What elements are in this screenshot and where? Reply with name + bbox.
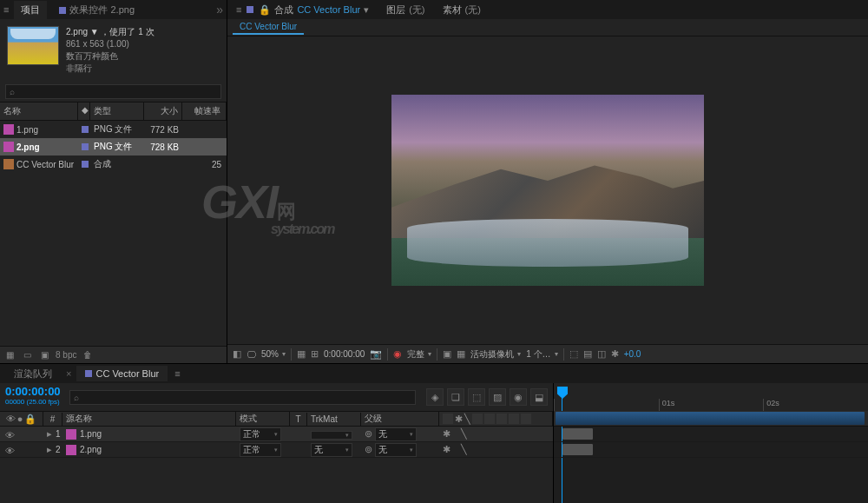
grid-icon[interactable]: ▦ — [297, 348, 306, 360]
tab-effect-controls[interactable]: 效果控件 2.png — [52, 1, 141, 19]
trkmat-dropdown[interactable] — [311, 431, 352, 440]
tab-comp-name[interactable]: CC Vector Blur — [297, 4, 360, 15]
mask-toggle-icon[interactable]: ◧ — [233, 348, 241, 360]
panel-close-icon[interactable]: » — [216, 3, 223, 17]
flowchart-icon[interactable]: ◫ — [597, 348, 606, 360]
camera-dropdown[interactable]: 活动摄像机 — [470, 348, 521, 361]
label-color[interactable] — [82, 143, 89, 150]
new-folder-icon[interactable]: ▭ — [21, 349, 33, 361]
reset-exposure-icon[interactable]: ✱ — [611, 348, 619, 360]
project-panel: ≡ 项目 效果控件 2.png » 2.png ▼ ，使用了 1 次 861 x… — [0, 0, 227, 363]
col-parent[interactable]: 父级 — [361, 411, 439, 427]
composition-panel: ≡ 🔒 合成 CC Vector Blur ▾ 图层 (无) 素材 (无) CC… — [227, 0, 868, 363]
zoom-dropdown[interactable]: 50% — [261, 349, 286, 359]
col-framerate[interactable]: 帧速率 — [182, 103, 227, 120]
tab-menu-icon[interactable]: ≡ — [174, 368, 180, 379]
color-depth[interactable]: 8 bpc — [56, 350, 76, 360]
project-footer: ▦ ▭ ▣ 8 bpc 🗑 — [0, 346, 227, 363]
blend-mode-dropdown[interactable]: 正常 — [240, 443, 281, 457]
color-mgmt-icon[interactable]: ◉ — [393, 348, 402, 360]
views-dropdown[interactable]: 1 个… — [526, 348, 557, 361]
list-item[interactable]: 1.png PNG 文件 772 KB — [0, 121, 227, 138]
monitor-icon[interactable]: 🖵 — [247, 349, 256, 360]
trash-icon[interactable]: 🗑 — [82, 349, 94, 361]
pickwhip-icon[interactable]: ⊚ — [365, 428, 372, 440]
playhead[interactable] — [557, 387, 568, 399]
timeline-search-input[interactable] — [69, 390, 416, 405]
timeline-layer[interactable]: 👁 ▸1 1.png 正常 ⊚无 ✱╲ — [0, 427, 553, 442]
tab-source-label[interactable]: 素材 — [443, 3, 462, 17]
guides-icon[interactable]: ⊞ — [311, 348, 319, 360]
layer-bar[interactable] — [562, 444, 593, 455]
tab-render-queue[interactable]: 渲染队列 — [5, 365, 61, 383]
col-mode[interactable]: 模式 — [236, 411, 290, 427]
tab-project[interactable]: 项目 — [14, 1, 47, 19]
list-item[interactable]: 2.png PNG 文件 728 KB — [0, 138, 227, 156]
visibility-icon[interactable]: 👁 — [5, 446, 14, 454]
timeline-layer[interactable]: 👁 ▸2 2.png 正常 无 ⊚无 ✱╲ — [0, 442, 553, 458]
layer-bar[interactable] — [562, 428, 593, 440]
visibility-icon[interactable]: 👁 — [5, 430, 14, 439]
time-ruler[interactable]: 01s 02s — [554, 383, 868, 411]
label-color[interactable] — [82, 126, 89, 133]
viewer-timecode[interactable]: 0:00:00:00 — [324, 349, 365, 359]
timeline-timecode[interactable]: 0:00:00:00 00000 (25.00 fps) — [0, 383, 69, 411]
list-item[interactable]: CC Vector Blur 合成 25 — [0, 156, 227, 173]
motion-blur-icon[interactable]: ◉ — [510, 388, 527, 406]
roi-icon[interactable]: ▣ — [443, 348, 451, 360]
resolution-dropdown[interactable]: 完整 — [407, 348, 431, 361]
timeline-track-area[interactable]: 01s 02s — [554, 383, 868, 503]
file-icon — [3, 142, 14, 152]
project-panel-tabs: ≡ 项目 效果控件 2.png » — [0, 0, 227, 19]
timeline-icon[interactable]: ▤ — [583, 348, 592, 360]
trkmat-dropdown[interactable]: 无 — [311, 443, 352, 457]
switch-icon[interactable] — [443, 414, 453, 424]
transparency-icon[interactable]: ▦ — [457, 348, 465, 360]
col-switches: ✱╲ — [439, 412, 553, 427]
file-icon — [66, 429, 76, 440]
shy-icon[interactable]: ⬚ — [468, 388, 485, 406]
snapshot-icon[interactable]: 📷 — [370, 348, 382, 360]
exposure-value[interactable]: +0.0 — [624, 349, 641, 359]
tab-layer-label[interactable]: 图层 — [386, 3, 405, 17]
col-tag[interactable]: ◆ — [78, 103, 90, 120]
new-comp-icon[interactable]: ▣ — [38, 349, 50, 361]
parent-dropdown[interactable]: 无 — [375, 443, 417, 457]
tab-timeline-comp[interactable]: CC Vector Blur — [76, 366, 168, 381]
col-type[interactable]: 类型 — [90, 103, 144, 120]
col-name[interactable]: 名称 — [0, 103, 78, 120]
comp-canvas[interactable] — [391, 95, 704, 286]
panel-menu-icon[interactable]: ≡ — [236, 4, 241, 15]
comp-subtab[interactable]: CC Vector Blur — [233, 20, 304, 35]
label-color[interactable] — [82, 161, 89, 168]
project-search-input[interactable] — [5, 84, 221, 99]
lock-icon[interactable]: 🔒 — [259, 4, 271, 16]
comp-icon — [3, 159, 14, 169]
panel-menu-icon[interactable]: ≡ — [3, 4, 9, 15]
asset-metadata: 2.png ▼ ，使用了 1 次 861 x 563 (1.00) 数百万种颜色… — [66, 26, 155, 75]
file-icon — [3, 124, 14, 135]
pickwhip-icon[interactable]: ⊚ — [365, 444, 372, 455]
graph-editor-icon[interactable]: ⬓ — [530, 388, 548, 406]
av-features-icon[interactable]: 👁 — [6, 414, 16, 425]
timeline-columns-header: 👁●🔒 # 源名称 模式 T TrkMat 父级 ✱╲ — [0, 411, 553, 427]
viewer-area[interactable]: GXI网 system.com — [227, 36, 868, 344]
col-index[interactable]: # — [43, 413, 62, 426]
col-size[interactable]: 大小 — [144, 103, 182, 120]
work-area-bar[interactable] — [556, 412, 865, 425]
fast-preview-icon[interactable]: ⬚ — [569, 348, 578, 360]
draft-3d-icon[interactable]: ❏ — [447, 388, 464, 406]
interpret-footage-icon[interactable]: ▦ — [3, 349, 16, 361]
col-source-name[interactable]: 源名称 — [62, 411, 236, 427]
comp-mini-flowchart-icon[interactable]: ◈ — [426, 388, 444, 406]
comp-tabs: ≡ 🔒 合成 CC Vector Blur ▾ 图层 (无) 素材 (无) — [227, 0, 868, 19]
col-trkmat[interactable]: TrkMat — [307, 413, 361, 426]
label-color — [247, 6, 253, 13]
project-list-header: 名称 ◆ 类型 大小 帧速率 — [0, 103, 227, 121]
file-icon — [66, 445, 76, 455]
parent-dropdown[interactable]: 无 — [375, 427, 417, 441]
frame-blend-icon[interactable]: ▨ — [489, 388, 506, 406]
blend-mode-dropdown[interactable]: 正常 — [240, 427, 281, 441]
timeline-tabs: 渲染队列 × CC Vector Blur ≡ — [0, 364, 868, 383]
col-t[interactable]: T — [290, 413, 307, 426]
